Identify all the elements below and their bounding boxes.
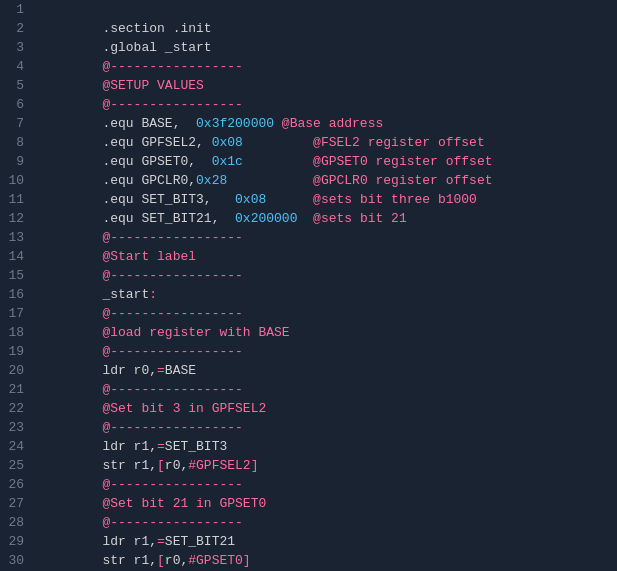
line-num-9: 9 — [8, 152, 24, 171]
code-line-19: ldr r0,=BASE — [40, 342, 617, 361]
code-line-11: .equ SET_BIT21, 0x200000 @sets bit 21 — [40, 190, 617, 209]
code-line-27: @----------------- — [40, 494, 617, 513]
line-num-8: 8 — [8, 133, 24, 152]
code-line-8: .equ GPSET0, 0x1c @GPSET0 register offse… — [40, 133, 617, 152]
line-num-3: 3 — [8, 38, 24, 57]
code-line-13: @Start label — [40, 228, 617, 247]
line-num-12: 12 — [8, 209, 24, 228]
code-line-21: @Set bit 3 in GPFSEL2 — [40, 380, 617, 399]
line-num-7: 7 — [8, 114, 24, 133]
line-num-6: 6 — [8, 95, 24, 114]
code-line-23: ldr r1,=SET_BIT3 — [40, 418, 617, 437]
line-num-1: 1 — [8, 0, 24, 19]
line-num-4: 4 — [8, 57, 24, 76]
code-line-16: @----------------- — [40, 285, 617, 304]
line-num-20: 20 — [8, 361, 24, 380]
line-numbers: 1 2 3 4 5 6 7 8 9 10 11 12 13 14 15 16 1… — [0, 0, 32, 571]
code-line-17: @load register with BASE — [40, 304, 617, 323]
line-num-10: 10 — [8, 171, 24, 190]
line-num-29: 29 — [8, 532, 24, 551]
line-num-17: 17 — [8, 304, 24, 323]
code-line-24: str r1,[r0,#GPFSEL2] — [40, 437, 617, 456]
line-num-25: 25 — [8, 456, 24, 475]
code-line-18: @----------------- — [40, 323, 617, 342]
code-line-12: @----------------- — [40, 209, 617, 228]
line-num-2: 2 — [8, 19, 24, 38]
line-num-13: 13 — [8, 228, 24, 247]
code-line-2: .global _start — [40, 19, 617, 38]
code-line-7: .equ GPFSEL2, 0x08 @FSEL2 register offse… — [40, 114, 617, 133]
code-content[interactable]: .section .init .global _start @---------… — [32, 0, 617, 571]
line-num-30: 30 — [8, 551, 24, 570]
line-num-11: 11 — [8, 190, 24, 209]
code-line-6: .equ BASE, 0x3f200000 @Base address — [40, 95, 617, 114]
code-line-1: .section .init — [40, 0, 617, 19]
code-line-4: @SETUP VALUES — [40, 57, 617, 76]
line-num-21: 21 — [8, 380, 24, 399]
code-line-20: @----------------- — [40, 361, 617, 380]
line-num-28: 28 — [8, 513, 24, 532]
code-line-15: _start: — [40, 266, 617, 285]
line-num-22: 22 — [8, 399, 24, 418]
line-num-18: 18 — [8, 323, 24, 342]
code-line-26: @Set bit 21 in GPSET0 — [40, 475, 617, 494]
line-num-14: 14 — [8, 247, 24, 266]
line-num-5: 5 — [8, 76, 24, 95]
line-num-23: 23 — [8, 418, 24, 437]
code-line-30 — [40, 551, 617, 570]
code-line-22: @----------------- — [40, 399, 617, 418]
code-line-29: str r1,[r0,#GPSET0] — [40, 532, 617, 551]
line-num-15: 15 — [8, 266, 24, 285]
code-line-10: .equ SET_BIT3, 0x08 @sets bit three b100… — [40, 171, 617, 190]
code-line-3: @----------------- — [40, 38, 617, 57]
code-line-28: ldr r1,=SET_BIT21 — [40, 513, 617, 532]
code-line-5: @----------------- — [40, 76, 617, 95]
line-num-16: 16 — [8, 285, 24, 304]
line-num-27: 27 — [8, 494, 24, 513]
line-num-26: 26 — [8, 475, 24, 494]
line-num-19: 19 — [8, 342, 24, 361]
code-editor: 1 2 3 4 5 6 7 8 9 10 11 12 13 14 15 16 1… — [0, 0, 617, 571]
code-line-14: @----------------- — [40, 247, 617, 266]
line-num-24: 24 — [8, 437, 24, 456]
code-line-25: @----------------- — [40, 456, 617, 475]
code-line-9: .equ GPCLR0,0x28 @GPCLR0 register offset — [40, 152, 617, 171]
